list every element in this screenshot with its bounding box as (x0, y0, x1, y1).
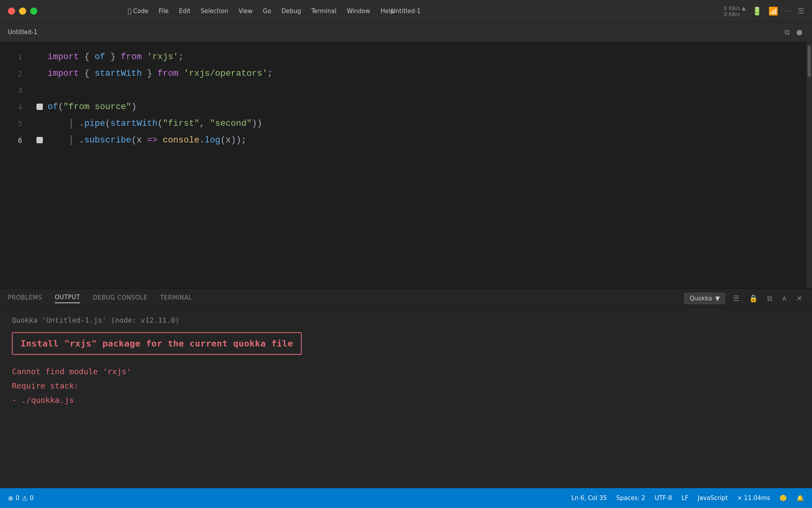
chevron-up-icon[interactable]: ∧ (780, 292, 789, 304)
menu-edit[interactable]: Edit (174, 6, 195, 16)
panel-tabs: PROBLEMS OUTPUT DEBUG CONSOLE TERMINAL Q… (0, 289, 812, 308)
panel-selector[interactable]: Quokka ▼ (684, 293, 725, 304)
gutter-5 (32, 115, 48, 132)
error-count: 0 (15, 495, 19, 502)
wifi-icon: 📶 (768, 6, 778, 16)
menu-extra-icon: ··· (785, 7, 791, 15)
line-num-2: 2 (0, 65, 22, 82)
install-message-box[interactable]: Install "rxjs" package for the current q… (12, 332, 302, 355)
warning-count: 0 (30, 495, 34, 502)
traffic-lights (8, 8, 37, 15)
install-message: Install "rxjs" package for the current q… (21, 339, 293, 348)
line-num-3: 3 (0, 82, 22, 98)
line-num-5: 5 (0, 115, 22, 132)
status-errors[interactable]: ⊗ 0 ⚠ 0 (8, 495, 34, 502)
code-editor[interactable]: import { of } from 'rxjs' ; import { sta… (48, 42, 812, 288)
status-line-col[interactable]: Ln 6, Col 35 (571, 495, 607, 502)
tab-problems[interactable]: PROBLEMS (8, 294, 42, 303)
status-language[interactable]: JavaScript (698, 495, 728, 502)
tab-terminal[interactable]: TERMINAL (160, 294, 192, 303)
menu-view[interactable]: View (234, 6, 257, 16)
menu-code[interactable]:  Code (123, 6, 153, 16)
menu-debug[interactable]: Debug (277, 6, 306, 16)
code-line-1: import { of } from 'rxjs' ; (48, 48, 812, 65)
kw-import-1: import (48, 52, 79, 62)
tab-icons: ⧉ ● (785, 28, 812, 37)
code-line-2: import { startWith } from 'rxjs/operator… (48, 65, 812, 82)
gutter-2 (32, 65, 48, 82)
status-emoji: 🙂 (779, 495, 787, 502)
line-num-6: 6 (0, 132, 22, 148)
titlebar-left (0, 8, 119, 15)
split-editor-icon[interactable]: ⧉ (785, 28, 790, 37)
breakpoint-6 (36, 137, 43, 143)
file-tab[interactable]: Untitled-1 (8, 29, 37, 36)
menu-window[interactable]: Window (342, 6, 375, 16)
editor-container: 1 2 3 4 5 6 import { of } from 'rx (0, 42, 812, 288)
kw-import-2: import (48, 69, 79, 79)
status-spaces[interactable]: Spaces: 2 (616, 495, 645, 502)
code-line-4: of ( "from source" ) (48, 98, 812, 115)
kw-from-1: from (121, 52, 142, 62)
network-speed: 0 KB/s ▲0 KB/s (724, 5, 746, 17)
menu-terminal[interactable]: Terminal (306, 6, 341, 16)
tabbar: Untitled-1 ⧉ ● (0, 22, 812, 42)
list-icon: ☰ (798, 7, 804, 15)
dot-icon[interactable]: ● (796, 28, 802, 36)
menu-file[interactable]: File (154, 6, 173, 16)
warning-icon: ⚠ (22, 495, 27, 502)
panel-content: Quokka 'Untitled-1.js' (node: v12.11.0) … (0, 308, 812, 508)
statusbar: ⊗ 0 ⚠ 0 Ln 6, Col 35 Spaces: 2 UTF-8 LF … (0, 488, 812, 508)
gutter-6[interactable] (32, 132, 48, 148)
panel: PROBLEMS OUTPUT DEBUG CONSOLE TERMINAL Q… (0, 288, 812, 508)
close-panel-icon[interactable]: ✕ (795, 292, 804, 304)
error-icon: ⊗ (8, 495, 13, 502)
status-bell[interactable]: 🔔 (797, 495, 804, 502)
code-line-5: │ . pipe ( startWith ( "first" , "second… (48, 115, 812, 132)
window-title: Untitled-1 (391, 8, 421, 15)
line-num-1: 1 (0, 48, 22, 65)
bell-icon: 🔔 (797, 495, 804, 502)
tab-debug-console[interactable]: DEBUG CONSOLE (93, 294, 147, 303)
panel-tab-right: Quokka ▼ ☰ 🔒 ⧉ ∧ ✕ (684, 292, 804, 304)
battery-icon: 🔋 (752, 6, 762, 16)
scrollbar-thumb (808, 45, 811, 77)
code-line-3 (48, 82, 812, 98)
quokka-header: Quokka 'Untitled-1.js' (node: v12.11.0) (12, 316, 800, 324)
code-line-6: │ . subscribe ( x => console . log ( x )… (48, 132, 812, 148)
line-numbers: 1 2 3 4 5 6 (0, 42, 32, 288)
status-extra: × 11.04ms (737, 495, 770, 502)
kw-from-2: from (157, 69, 178, 79)
menu-selection[interactable]: Selection (196, 6, 233, 16)
gutter-1 (32, 48, 48, 65)
maximize-button[interactable] (30, 8, 37, 15)
gutter (32, 42, 48, 288)
copy-icon[interactable]: ⧉ (766, 292, 774, 304)
line-num-4: 4 (0, 98, 22, 115)
menu-go[interactable]: Go (258, 6, 276, 16)
error-line-3: - ./quokka.js (12, 393, 800, 407)
titlebar-right: 0 KB/s ▲0 KB/s 🔋 📶 ··· ☰ (724, 5, 812, 17)
error-output: Cannot find module 'rxjs' Require stack:… (12, 364, 800, 407)
titlebar:  Code File Edit Selection View Go Debug… (0, 0, 812, 22)
breakpoint-4 (36, 104, 43, 110)
close-button[interactable] (8, 8, 15, 15)
tab-output[interactable]: OUTPUT (55, 294, 80, 303)
gutter-4[interactable] (32, 98, 48, 115)
minimize-button[interactable] (19, 8, 26, 15)
smiley-icon: 🙂 (779, 495, 787, 502)
status-line-ending[interactable]: LF (682, 495, 688, 502)
panel-selector-label: Quokka (689, 295, 712, 302)
error-line-1: Cannot find module 'rxjs' (12, 364, 800, 379)
clear-output-icon[interactable]: ☰ (732, 292, 741, 304)
status-encoding[interactable]: UTF-8 (655, 495, 672, 502)
chevron-down-icon: ▼ (715, 295, 720, 302)
error-line-2: Require stack: (12, 379, 800, 393)
lock-icon[interactable]: 🔒 (747, 292, 759, 304)
menubar:  Code File Edit Selection View Go Debug… (119, 6, 724, 16)
editor-scrollbar[interactable] (806, 42, 812, 288)
gutter-3 (32, 82, 48, 98)
